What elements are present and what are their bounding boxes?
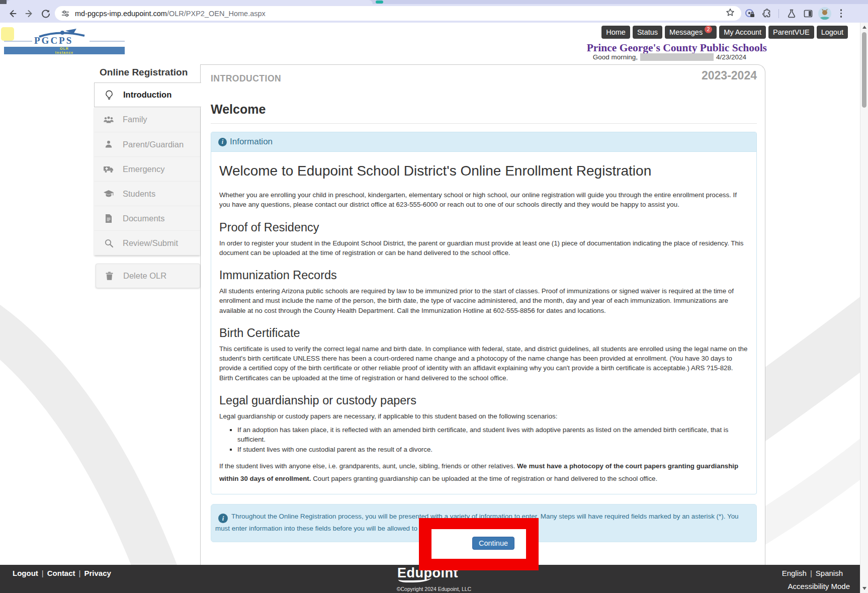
information-panel: i Information Welcome to Edupoint School…: [211, 132, 757, 494]
guardianship-closing-paragraph: If the student lives with anyone else, i…: [219, 460, 748, 485]
info-icon: i: [218, 138, 227, 146]
reload-button[interactable]: [37, 5, 54, 22]
scrollbar-thumb[interactable]: [862, 32, 866, 108]
reload-icon: [41, 9, 51, 19]
sidebar-item-delete-olr[interactable]: Delete OLR: [96, 264, 200, 288]
nav-my-account-button[interactable]: My Account: [719, 26, 766, 39]
main-panel: 2023-2024 INTRODUCTION Welcome i Informa…: [200, 64, 765, 570]
footer-separator: |: [79, 569, 81, 577]
section-heading-guardianship: Legal guardianship or custody papers: [219, 394, 748, 407]
trash-icon: [103, 271, 115, 281]
guardianship-bullet: If an adoption has taken place, it is re…: [237, 425, 748, 445]
kebab-icon: [840, 9, 842, 17]
side-panel-icon: [803, 9, 813, 19]
section-heading-immunization-records: Immunization Records: [219, 269, 748, 282]
browser-chrome: md-pgcps-imp.edupoint.com/OLR/PXP2_OEN_H…: [0, 0, 868, 23]
sidebar-item-parent-guardian[interactable]: Parent/Guardian: [94, 132, 200, 156]
forward-button[interactable]: [21, 5, 37, 22]
extensions-button[interactable]: [758, 5, 774, 22]
language-english-link[interactable]: English: [782, 569, 807, 577]
nav-status-button[interactable]: Status: [633, 26, 662, 39]
redacted-user-name: [640, 53, 714, 61]
lock-circle-icon: [744, 8, 755, 19]
guardianship-bullet: If student lives with one custodial pare…: [237, 445, 748, 454]
tab-group-chip[interactable]: [376, 1, 383, 4]
sidebar-item-review-submit[interactable]: Review/Submit: [94, 230, 200, 255]
nav-parentvue-button[interactable]: ParentVUE: [768, 26, 814, 39]
sidebar-item-students[interactable]: Students: [94, 181, 200, 206]
sidebar-item-label: Family: [123, 115, 147, 124]
language-spanish-link[interactable]: Spanish: [816, 569, 843, 577]
section-label: INTRODUCTION: [211, 73, 757, 84]
logo-flourish-right: [90, 41, 125, 42]
active-tab[interactable]: [7, 0, 373, 4]
nav-messages-button[interactable]: Messages2: [665, 26, 717, 39]
footer-links: Logout|Contact|Privacy: [13, 569, 111, 577]
scrollbar-up-arrow[interactable]: [860, 23, 868, 31]
address-bar[interactable]: md-pgcps-imp.edupoint.com/OLR/PXP2_OEN_H…: [55, 6, 741, 21]
logo-flourish-left: [4, 41, 32, 42]
sidebar-item-emergency[interactable]: Emergency: [94, 156, 200, 181]
page-content: PGCPS OLR Instance Home Status Messages2…: [0, 23, 868, 593]
sidebar-item-label: Parent/Guardian: [123, 140, 184, 149]
person-icon: [103, 140, 115, 149]
intro-paragraph: Whether you are enrolling your child in …: [219, 190, 748, 210]
section-body-immunization-records: All students entering Arizona public sch…: [219, 286, 748, 315]
sidebar-item-label: Introduction: [123, 90, 171, 100]
browser-toolbar: md-pgcps-imp.edupoint.com/OLR/PXP2_OEN_H…: [0, 4, 868, 23]
olr-instance-banner: OLR Instance: [4, 47, 125, 54]
section-body-guardianship: Legal guardianship or custody papers are…: [219, 411, 748, 421]
sidebar-item-documents[interactable]: Documents: [94, 206, 200, 230]
url-host[interactable]: md-pgcps-imp.edupoint.com: [75, 10, 167, 18]
tab-strip[interactable]: [0, 0, 868, 4]
pgcps-wordmark: PGCPS: [34, 35, 73, 46]
page-title: Welcome: [211, 102, 757, 124]
side-panel-button[interactable]: [800, 5, 816, 22]
information-panel-title: Information: [230, 137, 273, 147]
information-panel-header: i Information: [211, 132, 756, 152]
magnifier-icon: [103, 238, 115, 248]
greeting-text: Good morning,: [593, 53, 638, 61]
page-scrollbar[interactable]: [860, 23, 868, 593]
url-path[interactable]: /OLR/PXP2_OEN_Home.aspx: [167, 10, 266, 18]
accessibility-mode-link[interactable]: Accessibility Mode: [788, 582, 850, 590]
nav-parentvue-label: ParentVUE: [773, 28, 810, 36]
puzzle-icon: [761, 9, 771, 19]
sidebar-item-introduction[interactable]: Introduction: [94, 82, 201, 107]
district-name: Prince George's County Public Schools: [587, 42, 767, 54]
section-heading-proof-of-residency: Proof of Residency: [219, 221, 748, 234]
site-info-icon[interactable]: [61, 9, 70, 18]
sidebar-item-family[interactable]: Family: [94, 107, 200, 132]
school-year: 2023-2024: [702, 69, 757, 82]
section-body-proof-of-residency: In order to register your student in the…: [219, 238, 748, 258]
info-icon: i: [218, 514, 228, 523]
flask-icon: [787, 9, 797, 19]
closing-text-post: Court papers granting guardianship can b…: [311, 475, 658, 482]
footer-logout-link[interactable]: Logout: [13, 569, 38, 577]
continue-button[interactable]: Continue: [472, 537, 514, 550]
olr-banner-line2: Instance: [4, 51, 125, 55]
scrollbar-down-arrow[interactable]: [860, 584, 868, 592]
top-navigation: Home Status Messages2 My Account ParentV…: [601, 26, 848, 39]
profile-avatar[interactable]: [816, 5, 833, 22]
footer-contact-link[interactable]: Contact: [47, 569, 75, 577]
section-heading-birth-certificate: Birth Certificate: [219, 326, 748, 340]
bookmark-button[interactable]: [725, 8, 735, 20]
sidebar-item-label: Emergency: [123, 164, 164, 174]
pgcps-logo-graphic: PGCPS: [4, 29, 125, 47]
experiments-button[interactable]: [783, 5, 800, 22]
guardianship-bullet-list: If an adoption has taken place, it is re…: [230, 425, 748, 454]
sidebar-item-label: Delete OLR: [123, 271, 166, 281]
sidebar-item-group: Family Parent/Guardian Emergency Student…: [94, 107, 200, 256]
graduation-cap-icon: [103, 189, 115, 198]
back-button[interactable]: [4, 5, 21, 22]
document-icon: [103, 214, 115, 223]
nav-logout-button[interactable]: Logout: [817, 26, 848, 39]
nav-home-button[interactable]: Home: [601, 26, 630, 39]
password-manager-extension-button[interactable]: [741, 5, 758, 22]
browser-menu-button[interactable]: [833, 5, 849, 22]
footer-privacy-link[interactable]: Privacy: [84, 569, 111, 577]
tab-strip-corner: [0, 0, 7, 4]
url-text[interactable]: md-pgcps-imp.edupoint.com/OLR/PXP2_OEN_H…: [75, 10, 266, 18]
closing-text-pre: If the student lives with anyone else, i…: [219, 462, 517, 470]
